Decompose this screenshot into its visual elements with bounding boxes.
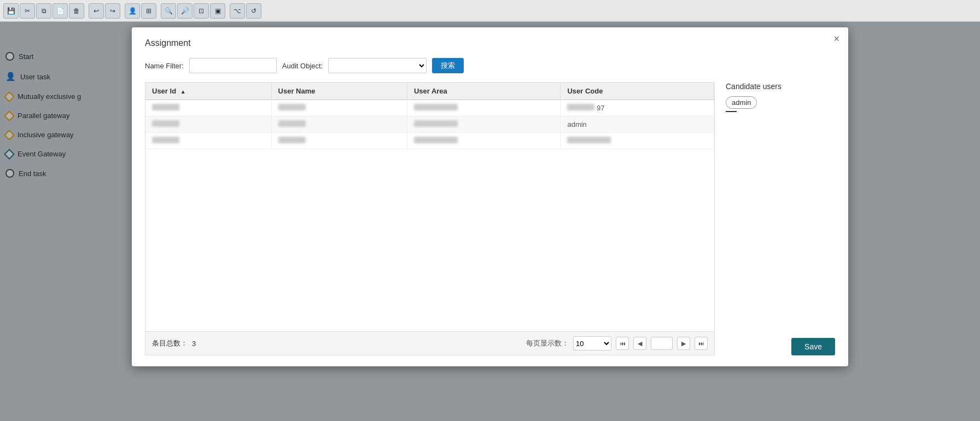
per-page-select[interactable]: 10 20 50 100 (573, 336, 611, 350)
save-toolbar-btn[interactable]: 💾 (3, 3, 19, 19)
cut-btn[interactable]: ✂ (20, 3, 35, 19)
zoom-in-btn[interactable]: 🔍 (161, 3, 176, 19)
candidate-user-tag: admin (726, 96, 757, 109)
cell-user-code-1: 97 (561, 100, 714, 116)
name-filter-input[interactable] (189, 58, 277, 73)
next-page-btn[interactable]: ▶ (677, 337, 690, 350)
toolbar: 💾 ✂ ⧉ 📄 🗑 ↩ ↪ 👤 ⊞ 🔍 🔎 ⊡ ▣ ⌥ ↺ (0, 0, 980, 22)
paste-btn[interactable]: 📄 (52, 3, 68, 19)
settings-btn[interactable]: ⊞ (141, 3, 156, 19)
modal-close-button[interactable]: × (833, 34, 839, 44)
cell-user-id-1 (145, 100, 271, 116)
audit-object-label: Audit Object: (282, 62, 323, 70)
save-button[interactable]: Save (791, 338, 835, 355)
cell-user-name-2 (271, 116, 407, 133)
cell-user-id-2 (145, 116, 271, 133)
prev-page-btn[interactable]: ◀ (633, 337, 646, 350)
undo-btn[interactable]: ↩ (89, 3, 104, 19)
zoom-page-btn[interactable]: ▣ (210, 3, 225, 19)
audit-object-select[interactable] (328, 58, 427, 73)
user-table: User Id ▲ User Name User Area User Code (145, 83, 714, 149)
filter-bar: Name Filter: Audit Object: 搜索 (145, 58, 835, 73)
col-user-id: User Id ▲ (145, 83, 271, 100)
per-page-label: 每页显示数： (526, 338, 569, 348)
delete-btn[interactable]: 🗑 (69, 3, 84, 19)
search-button[interactable]: 搜索 (432, 58, 464, 73)
assignment-modal: Assignment × Name Filter: Audit Object: … (132, 27, 848, 366)
redo-btn[interactable]: ↪ (105, 3, 120, 19)
cell-user-id-3 (145, 133, 271, 149)
cell-user-code-3 (561, 133, 714, 149)
col-user-area: User Area (407, 83, 561, 100)
table-row[interactable]: 97 (145, 100, 714, 116)
candidate-underline (726, 111, 737, 112)
page-number-input[interactable] (651, 337, 673, 350)
col-user-code: User Code (561, 83, 714, 100)
cell-user-code-2: admin (561, 116, 714, 133)
cell-user-area-1 (407, 100, 561, 116)
first-page-btn[interactable]: ⏮ (616, 337, 629, 350)
tool2-btn[interactable]: ↺ (246, 3, 261, 19)
table-row[interactable]: admin (145, 116, 714, 133)
modal-overlay: Assignment × Name Filter: Audit Object: … (0, 22, 980, 421)
modal-title: Assignment (145, 38, 835, 48)
cell-user-name-3 (271, 133, 407, 149)
copy-btn[interactable]: ⧉ (36, 3, 51, 19)
total-label: 条目总数： (152, 338, 188, 348)
last-page-btn[interactable]: ⏭ (695, 337, 708, 350)
zoom-fit-btn[interactable]: ⊡ (194, 3, 209, 19)
candidate-title: Candidate users (726, 82, 835, 91)
table-container: User Id ▲ User Name User Area User Code (145, 82, 715, 355)
modal-body: User Id ▲ User Name User Area User Code (145, 82, 835, 355)
modal-footer: Save (791, 338, 835, 355)
candidate-panel: Candidate users admin (726, 82, 835, 355)
zoom-out-btn[interactable]: 🔎 (177, 3, 192, 19)
name-filter-label: Name Filter: (145, 62, 184, 70)
col-user-name: User Name (271, 83, 407, 100)
cell-user-area-3 (407, 133, 561, 149)
user-btn[interactable]: 👤 (125, 3, 140, 19)
tool1-btn[interactable]: ⌥ (230, 3, 245, 19)
sort-arrow-userid: ▲ (180, 89, 186, 95)
table-header-row: User Id ▲ User Name User Area User Code (145, 83, 714, 100)
cell-user-area-2 (407, 116, 561, 133)
cell-user-name-1 (271, 100, 407, 116)
pagination-bar: 条目总数： 3 每页显示数： 10 20 50 100 ⏮ ◀ ▶ ⏭ (145, 331, 714, 355)
table-row[interactable] (145, 133, 714, 149)
total-count: 3 (192, 340, 196, 348)
